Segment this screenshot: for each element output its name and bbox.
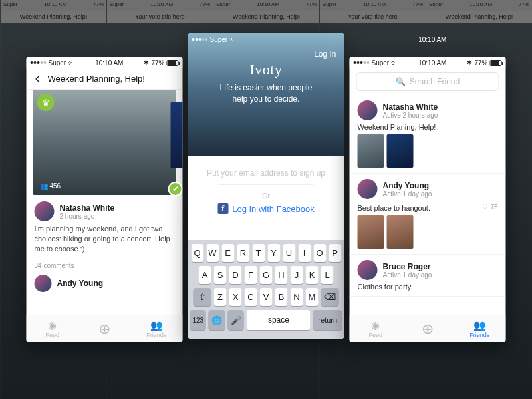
post-time: 2 hours ago (60, 213, 115, 220)
signal-dots-icon (192, 38, 208, 41)
signup-area: Put your email address to sign up Or f L… (188, 156, 344, 226)
key-e[interactable]: E (221, 244, 234, 262)
status-bar: Super ᯤ 10:10 AM ✱ 77% (27, 57, 183, 68)
friend-active-time: Active 2 hours ago (383, 112, 438, 119)
friend-card[interactable]: Natasha White Active 2 hours ago Weekend… (350, 95, 506, 174)
thumbnail[interactable] (358, 134, 384, 168)
back-button[interactable] (33, 74, 43, 84)
friends-icon: 👥 (150, 319, 163, 331)
friend-name: Andy Young (383, 181, 432, 190)
key-x[interactable]: X (229, 288, 242, 306)
key-u[interactable]: U (283, 244, 295, 262)
key-y[interactable]: Y (267, 244, 280, 262)
or-label: Or (199, 192, 334, 200)
key-a[interactable]: A (199, 266, 211, 284)
tab-friends[interactable]: 👥Friends (454, 315, 505, 342)
key-123[interactable]: 123 (190, 310, 206, 330)
poll-image-secondary[interactable] (171, 102, 183, 168)
avatar[interactable] (358, 100, 378, 120)
search-icon: 🔍 (396, 77, 406, 86)
facebook-login-button[interactable]: f Log In with Facebook (199, 203, 334, 214)
friend-name: Bruce Roger (383, 262, 432, 271)
phone-login-view: Super ᯤ 10:10 AM ✱ 77% Log In Ivoty Life… (188, 33, 344, 339)
friend-post-title: Best place to hangout. (358, 204, 430, 212)
battery-label: 77% (151, 59, 164, 66)
login-link[interactable]: Log In (314, 49, 336, 59)
key-b[interactable]: B (275, 288, 288, 306)
mic-key[interactable]: 🎤 (227, 310, 243, 330)
thumbnail[interactable] (387, 134, 414, 168)
tab-bar: ◉Feed ⊕ 👥Friends (27, 315, 183, 342)
thumbnail-row (358, 215, 498, 249)
carrier-label: Super (210, 36, 228, 43)
thumbnail[interactable] (387, 215, 414, 249)
key-s[interactable]: S (214, 266, 227, 284)
key-f[interactable]: F (245, 266, 257, 284)
like-count: ♡75 (482, 203, 497, 211)
avatar[interactable] (358, 179, 378, 199)
key-row-bottom: 123 🌐 🎤 space return (190, 310, 342, 330)
key-q[interactable]: Q (191, 244, 203, 262)
wifi-icon: ᯤ (391, 59, 398, 66)
return-key[interactable]: return (313, 310, 342, 330)
battery-label: 77% (474, 59, 487, 66)
comment-row[interactable]: Andy Young (27, 271, 183, 296)
battery-icon (490, 60, 502, 66)
poll-image-primary[interactable]: ♛ 👥456 ✔ (33, 90, 176, 195)
friend-card[interactable]: Andy Young Active 1 day ago Best place t… (350, 174, 506, 255)
key-n[interactable]: N (291, 288, 303, 306)
divider (219, 184, 314, 185)
key-w[interactable]: W (206, 244, 219, 262)
key-v[interactable]: V (260, 288, 273, 306)
key-r[interactable]: R (237, 244, 249, 262)
tab-add[interactable]: ⊕ (402, 315, 454, 342)
carrier-label: Super (49, 59, 66, 66)
globe-key[interactable]: 🌐 (209, 310, 225, 330)
crown-badge-icon: ♛ (37, 94, 55, 111)
friends-icon: 👥 (473, 319, 486, 331)
key-h[interactable]: H (275, 266, 288, 284)
avatar[interactable] (358, 260, 378, 280)
keyboard: QWERTYUIOP ASDFGHJKL ⇧ZXCVBNM⌫ 123 🌐 🎤 s… (188, 240, 344, 339)
key-row-2: ASDFGHJKL (190, 266, 342, 284)
key-m[interactable]: M (306, 288, 319, 306)
key-l[interactable]: L (321, 266, 334, 284)
tab-add[interactable]: ⊕ (78, 315, 130, 342)
key-g[interactable]: G (260, 266, 273, 284)
avatar[interactable] (35, 275, 52, 292)
comments-count[interactable]: 34 comments (27, 261, 183, 271)
thumbnail[interactable] (358, 215, 384, 249)
vote-count-badge: 👥456 (40, 182, 61, 190)
key-c[interactable]: C (245, 288, 257, 306)
key-row-1: QWERTYUIOP (190, 244, 342, 262)
clock-label: 10:10 AM (418, 59, 446, 66)
avatar[interactable] (35, 201, 55, 221)
search-input[interactable]: 🔍 Search Friend (356, 72, 499, 91)
key-d[interactable]: D (229, 266, 242, 284)
author-name[interactable]: Natasha White (60, 203, 115, 213)
email-input[interactable]: Put your email address to sign up (199, 168, 334, 178)
wifi-icon: ᯤ (68, 59, 74, 66)
tab-feed[interactable]: ◉Feed (350, 315, 402, 342)
space-key[interactable]: space (247, 310, 311, 330)
key-p[interactable]: P (329, 244, 341, 262)
search-placeholder: Search Friend (410, 77, 460, 86)
app-name: Ivoty (250, 61, 283, 78)
shift-key[interactable]: ⇧ (194, 288, 211, 306)
post-body: I'm planning my weekend, and I got two c… (35, 224, 175, 254)
tab-feed[interactable]: ◉Feed (27, 315, 78, 342)
key-o[interactable]: O (313, 244, 326, 262)
friend-card[interactable]: Bruce Roger Active 1 day ago Clothes for… (350, 255, 506, 297)
check-badge-icon: ✔ (168, 182, 183, 196)
friend-active-time: Active 1 day ago (383, 271, 432, 279)
key-j[interactable]: J (291, 266, 303, 284)
key-t[interactable]: T (252, 244, 265, 262)
key-z[interactable]: Z (214, 288, 227, 306)
backspace-key[interactable]: ⌫ (321, 288, 339, 306)
hero-banner: Log In Ivoty Life is easier when peopleh… (188, 33, 344, 156)
key-k[interactable]: K (306, 266, 319, 284)
page-title: Weekend Planning, Help! (48, 74, 145, 84)
key-i[interactable]: I (298, 244, 311, 262)
tab-friends[interactable]: 👥Friends (130, 315, 182, 342)
wifi-icon: ᯤ (229, 36, 236, 43)
